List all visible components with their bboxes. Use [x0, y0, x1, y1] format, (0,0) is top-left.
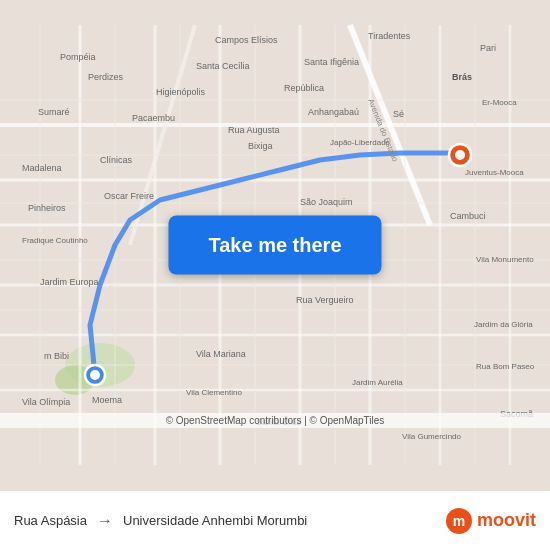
svg-point-33 [90, 370, 100, 380]
svg-text:Vila Clementino: Vila Clementino [186, 388, 242, 397]
take-me-there-button[interactable]: Take me there [168, 216, 381, 275]
svg-text:Moema: Moema [92, 395, 122, 405]
svg-text:Anhangabaú: Anhangabaú [308, 107, 359, 117]
svg-text:Juventus-Mooca: Juventus-Mooca [465, 168, 524, 177]
svg-text:Campos Elísios: Campos Elísios [215, 35, 278, 45]
svg-text:Bixiga: Bixiga [248, 141, 273, 151]
moovit-logo-text: moovit [477, 510, 536, 531]
svg-text:República: República [284, 83, 324, 93]
svg-text:Rua Vergueiro: Rua Vergueiro [296, 295, 354, 305]
app: Pompéia Campos Elísios Tiradentes Pari P… [0, 0, 550, 550]
svg-text:Pari: Pari [480, 43, 496, 53]
svg-text:Jardim da Glória: Jardim da Glória [474, 320, 533, 329]
origin-label: Rua Aspásia [14, 513, 87, 528]
destination-label: Universidade Anhembi Morumbi [123, 513, 307, 528]
moovit-logo-icon: m [445, 507, 473, 535]
moovit-logo: m moovit [445, 507, 536, 535]
svg-text:Perdizes: Perdizes [88, 72, 124, 82]
svg-text:Oscar Freire: Oscar Freire [104, 191, 154, 201]
svg-text:Brás: Brás [452, 72, 472, 82]
svg-text:Vila Olímpia: Vila Olímpia [22, 397, 70, 407]
svg-text:m: m [453, 513, 465, 529]
svg-text:Clínicas: Clínicas [100, 155, 133, 165]
svg-text:Santa Ifigênia: Santa Ifigênia [304, 57, 359, 67]
svg-text:Jardim Europa: Jardim Europa [40, 277, 99, 287]
svg-text:Vila Mariana: Vila Mariana [196, 349, 246, 359]
svg-text:Japão-Liberdade: Japão-Liberdade [330, 138, 391, 147]
svg-text:Pacaembu: Pacaembu [132, 113, 175, 123]
svg-text:Higienópolis: Higienópolis [156, 87, 206, 97]
svg-text:Cambuci: Cambuci [450, 211, 486, 221]
arrow-icon: → [97, 512, 113, 530]
svg-text:Madalena: Madalena [22, 163, 62, 173]
svg-text:Sé: Sé [393, 109, 404, 119]
svg-text:Santa Cecília: Santa Cecília [196, 61, 250, 71]
svg-text:Sumaré: Sumaré [38, 107, 70, 117]
svg-text:m Bibi: m Bibi [44, 351, 69, 361]
svg-text:Rua Augusta: Rua Augusta [228, 125, 280, 135]
svg-text:Rua Bom Paseo: Rua Bom Paseo [476, 362, 535, 371]
svg-text:Tiradentes: Tiradentes [368, 31, 411, 41]
map-attribution: © OpenStreetMap contributors | © OpenMap… [0, 413, 550, 428]
map-container: Pompéia Campos Elísios Tiradentes Pari P… [0, 0, 550, 490]
svg-point-35 [455, 150, 465, 160]
svg-text:Pinheiros: Pinheiros [28, 203, 66, 213]
svg-text:Jardim Aurélia: Jardim Aurélia [352, 378, 403, 387]
route-info: Rua Aspásia → Universidade Anhembi Morum… [14, 512, 445, 530]
svg-text:Vila Gumercindo: Vila Gumercindo [402, 432, 462, 441]
svg-text:Er-Mooca: Er-Mooca [482, 98, 517, 107]
bottom-bar: Rua Aspásia → Universidade Anhembi Morum… [0, 490, 550, 550]
svg-text:Fradique Coutinho: Fradique Coutinho [22, 236, 88, 245]
svg-text:Pompéia: Pompéia [60, 52, 96, 62]
svg-text:Vila Monumento: Vila Monumento [476, 255, 534, 264]
svg-text:São Joaquim: São Joaquim [300, 197, 353, 207]
